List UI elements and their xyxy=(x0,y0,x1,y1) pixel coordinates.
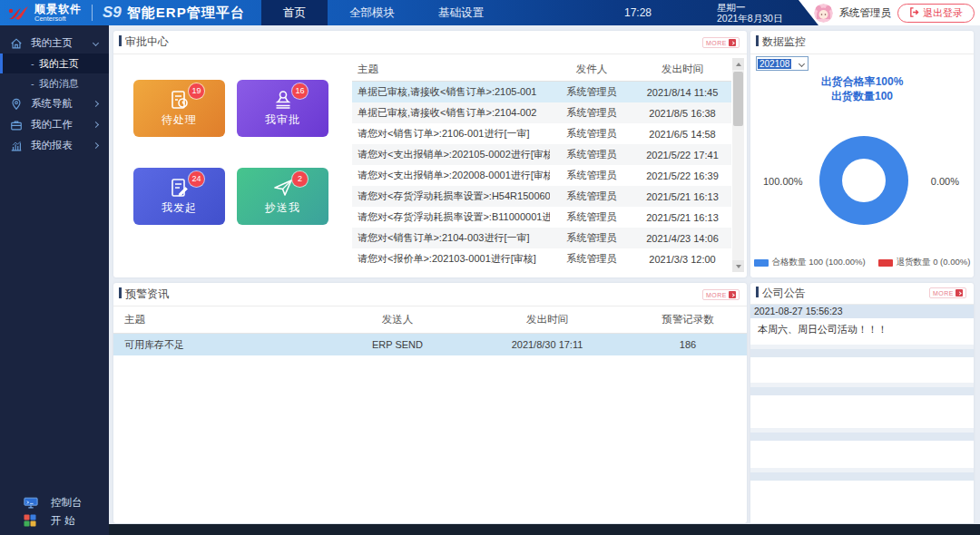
weekday-label: 星期一 xyxy=(717,2,782,13)
shipment-qty-headline: 出货数量100 xyxy=(750,89,974,104)
period-select[interactable]: 202108 xyxy=(756,56,808,71)
approval-panel-header: 审批中心 MORE xyxy=(113,31,747,54)
sidebar-subitem-my-home[interactable]: 我的主页 xyxy=(0,54,109,73)
start-label: 开 始 xyxy=(51,514,74,528)
table-row[interactable]: 请您对<支出报销单>:202105-0002进行[审核] 系统管理员 2021/… xyxy=(352,144,731,165)
approval-table-header: 主题 发件人 发出时间 xyxy=(352,58,731,82)
tile-cc-to-me[interactable]: 2 抄送我 xyxy=(237,168,328,225)
more-icon xyxy=(956,289,963,297)
row-time: 2021/5/21 16:13 xyxy=(633,212,731,223)
legend-label: 退货数量 0 (0.00%) xyxy=(897,257,971,268)
row-sender: 系统管理员 xyxy=(550,85,633,99)
approval-more-button[interactable]: MORE xyxy=(702,37,740,48)
sidebar: 我的主页 我的主页 我的消息 系统导航 我的工作 xyxy=(0,25,109,535)
row-subject: 请您对<报价单>:202103-0001进行[审核] xyxy=(352,252,550,266)
col-time: 发出时间 xyxy=(633,63,731,76)
logout-button[interactable]: 退出登录 xyxy=(897,4,975,23)
notice-entry[interactable]: 2021-08-27 15:56:23 本周六、周日公司活动！！！ xyxy=(750,305,974,345)
bottom-strip xyxy=(109,524,980,535)
col-subject: 主题 xyxy=(113,313,329,326)
notice-panel-header: 公司公告 MORE xyxy=(750,283,974,305)
nav-tab-home[interactable]: 首页 xyxy=(261,0,328,25)
clipboard-clock-icon xyxy=(168,88,191,112)
s9-logo: S9 xyxy=(103,4,122,22)
brand-divider xyxy=(92,5,93,21)
console-button[interactable]: 控制台 xyxy=(0,493,109,511)
erp-dashboard: 顺景软件 Centersoft S9 智能ERP管理平台 首页 全部模块 基础设… xyxy=(0,0,980,535)
logout-icon xyxy=(909,7,919,19)
notice-more-button[interactable]: MORE xyxy=(929,287,966,298)
row-time: 2021/8/5 16:38 xyxy=(633,108,731,119)
sidebar-subitem-my-messages[interactable]: 我的消息 xyxy=(0,73,109,93)
centersoft-logo-icon xyxy=(7,4,29,22)
tile-pending[interactable]: 19 待处理 xyxy=(133,80,225,137)
row-sender: 系统管理员 xyxy=(550,106,633,120)
company-notice-panel: 公司公告 MORE 2021-08-27 15:56:23 本周六、周日公司活动… xyxy=(750,283,974,523)
row-sender: 系统管理员 xyxy=(550,190,633,203)
scrollbar-down-icon[interactable] xyxy=(732,260,744,272)
legend-label: 合格数量 100 (100.00%) xyxy=(772,257,866,268)
row-subject: 请您对<销售订单>:2106-001进行[一审] xyxy=(352,127,550,141)
date-block: 星期一 2021年8月30日 xyxy=(717,2,782,24)
alerts-more-button[interactable]: MORE xyxy=(702,289,740,300)
row-subject: 请您对<存货浮动耗损率设置>:B11000001进行[审核] xyxy=(352,210,550,224)
table-row[interactable]: 单据已审核,请接收<销售订单>:2104-002 系统管理员 2021/8/5 … xyxy=(352,102,731,123)
nav-tab-all-modules[interactable]: 全部模块 xyxy=(328,0,416,25)
sidebar-subitem-label: 我的主页 xyxy=(39,57,79,71)
row-sender: 系统管理员 xyxy=(550,148,633,161)
edit-doc-icon xyxy=(168,176,191,199)
user-avatar[interactable] xyxy=(814,4,833,23)
donut-label-pass: 100.00% xyxy=(763,176,802,187)
app-title: 智能ERP管理平台 xyxy=(127,5,245,22)
panel-title: 公司公告 xyxy=(762,286,806,301)
start-button[interactable]: 开 始 xyxy=(0,511,109,530)
tile-label: 我发起 xyxy=(133,200,225,216)
table-row[interactable]: 请您对<支出报销单>:202008-0001进行[审核] 系统管理员 2021/… xyxy=(352,165,731,186)
date-label: 2021年8月30日 xyxy=(717,13,782,24)
topbar: 顺景软件 Centersoft S9 智能ERP管理平台 首页 全部模块 基础设… xyxy=(0,0,980,25)
col-sender: 发送人 xyxy=(329,313,466,326)
sidebar-item-my-work[interactable]: 我的工作 xyxy=(0,114,109,135)
shipment-donut-chart xyxy=(819,136,908,225)
donut-label-return: 0.00% xyxy=(931,176,959,187)
alert-row[interactable]: 可用库存不足 ERP SEND 2021/8/30 17:11 186 xyxy=(113,334,747,355)
table-row[interactable]: 请您对<报价单>:202103-0001进行[审核] 系统管理员 2021/3/… xyxy=(352,248,731,269)
scrollbar-up-icon[interactable] xyxy=(732,58,744,70)
pending-count-badge: 19 xyxy=(189,83,204,99)
notice-slot-empty xyxy=(750,472,974,523)
sidebar-item-label: 我的工作 xyxy=(31,118,73,131)
legend-swatch-blue xyxy=(754,259,769,267)
table-row[interactable]: 请您对<存货浮动耗损率设置>:H54R15006002进行[审核] 系统管理员 … xyxy=(352,186,731,207)
legend-item-return: 退货数量 0 (0.00%) xyxy=(878,257,971,268)
nav-tab-basic-settings[interactable]: 基础设置 xyxy=(416,0,505,25)
table-row[interactable]: 请您对<销售订单>:2106-001进行[一审] 系统管理员 2021/6/5 … xyxy=(352,123,731,144)
data-monitor-panel: 数据监控 202108 出货合格率100% 出货数量100 100.00% 0.… xyxy=(750,31,974,277)
alert-sender: ERP SEND xyxy=(329,339,466,350)
more-label: MORE xyxy=(706,40,727,46)
sidebar-item-label: 我的报表 xyxy=(31,139,73,152)
sidebar-subitem-label: 我的消息 xyxy=(39,77,79,91)
tile-initiated-by-me[interactable]: 24 我发起 xyxy=(133,168,225,225)
tile-my-approvals[interactable]: 16 我审批 xyxy=(237,80,328,137)
table-row[interactable]: 单据已审核,请接收<销售订单>:2105-001 系统管理员 2021/8/14… xyxy=(352,82,731,102)
top-nav: 首页 全部模块 基础设置 xyxy=(261,0,505,25)
sidebar-footer: 控制台 开 始 xyxy=(0,493,109,530)
more-label: MORE xyxy=(706,292,727,298)
legend-item-pass: 合格数量 100 (100.00%) xyxy=(754,257,866,268)
clock-time: 17:28 xyxy=(624,0,652,25)
notice-list: 2021-08-27 15:56:23 本周六、周日公司活动！！！ xyxy=(750,305,974,523)
period-select-value: 202108 xyxy=(758,59,791,69)
sidebar-item-my-home[interactable]: 我的主页 xyxy=(0,33,109,54)
row-time: 2021/5/22 17:41 xyxy=(633,150,731,160)
table-row[interactable]: 请您对<存货浮动耗损率设置>:B11000001进行[审核] 系统管理员 202… xyxy=(352,207,731,228)
table-scrollbar[interactable] xyxy=(732,58,744,272)
table-row[interactable]: 请您对<销售订单>:2104-003进行[一审] 系统管理员 2021/4/23… xyxy=(352,228,731,248)
sidebar-item-my-reports[interactable]: 我的报表 xyxy=(0,135,109,156)
stamp-icon xyxy=(271,88,295,112)
sidebar-item-system-nav[interactable]: 系统导航 xyxy=(0,93,109,114)
scrollbar-thumb[interactable] xyxy=(733,72,743,126)
alerts-table-header: 主题 发送人 发出时间 预警记录数 xyxy=(113,306,747,334)
notice-datetime: 2021-08-27 15:56:23 xyxy=(750,305,974,318)
brand-name-en: Centersoft xyxy=(34,15,82,23)
alerts-panel-header: 预警资讯 MORE xyxy=(113,283,747,306)
